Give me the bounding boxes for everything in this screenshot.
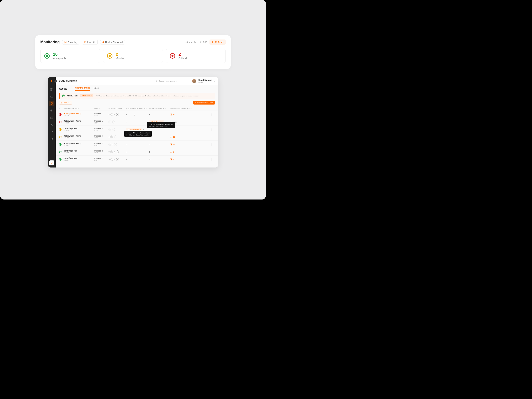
health-filter-value: All xyxy=(120,41,123,44)
line-id: #234 xyxy=(94,114,108,116)
table-row[interactable]: Rotodynamic Pump#24223 Process 1#234 4 A… xyxy=(56,118,218,126)
line-name: Process 1 xyxy=(94,120,108,122)
row-menu-button[interactable]: ⋮ xyxy=(209,120,215,123)
table-row[interactable]: Centrifugal Fan#23456 Process 4#132 Crea… xyxy=(56,126,218,133)
table-row[interactable]: Rotodynamic Pump#24234 Process 1#234 3 4… xyxy=(56,111,218,118)
ai-modul-icon xyxy=(110,135,113,138)
plus-icon: + xyxy=(195,102,196,104)
table-row[interactable]: Centrifugal Fan#34695 Process 2#345 3 4 … xyxy=(56,148,218,156)
tab-machine-trains[interactable]: Machine Trains xyxy=(75,87,90,91)
create-machine-button[interactable]: Create Machine › xyxy=(126,128,142,131)
nav-folder-icon[interactable] xyxy=(49,94,54,99)
status-card-monitor[interactable]: 2 Monitor xyxy=(103,49,163,63)
health-filter[interactable]: Health Status All xyxy=(100,40,125,44)
tab-lines[interactable]: Lines xyxy=(94,87,99,90)
search-placeholder: Search your assets... xyxy=(159,80,177,82)
nav-dashboard-icon[interactable] xyxy=(49,87,54,92)
banner-asset-name: Kiln ID Fan xyxy=(67,95,77,97)
refresh-label: Refresh xyxy=(215,41,223,44)
banner-status-dot xyxy=(62,95,65,97)
sort-icon[interactable]: ⇅ xyxy=(99,108,100,109)
sidebar: › xyxy=(48,77,56,167)
health-label: Health Status xyxy=(105,41,119,44)
gauge-icon xyxy=(116,113,119,116)
lines-filter-icon: ⦾ xyxy=(61,102,62,104)
line-filter[interactable]: ⦾ Line All xyxy=(82,40,98,44)
line-id: #345 xyxy=(94,145,108,146)
table-row[interactable]: Rotodynamic Pump#77865 Process 2#345 1 3… xyxy=(56,141,218,148)
logo-icon xyxy=(50,79,54,83)
sort-icon[interactable]: ⇅ xyxy=(59,108,60,109)
line-id: #345 xyxy=(94,159,108,161)
row-menu-button[interactable]: ⋮ xyxy=(209,135,215,138)
sort-icon[interactable]: ⇅ xyxy=(165,108,166,109)
line-id: #234 xyxy=(94,122,108,124)
line-name: Process 2 xyxy=(94,157,108,159)
refresh-button[interactable]: ⟳ Refresh xyxy=(209,39,226,45)
sort-icon[interactable]: ⇅ xyxy=(146,108,147,109)
expand-sidebar-button[interactable]: › xyxy=(54,80,57,82)
gauge-icon xyxy=(112,128,115,131)
pending-count: 5 xyxy=(170,151,195,153)
sort-icon[interactable]: ⇅ xyxy=(78,108,79,109)
lines-filter[interactable]: ⦾ Lines All xyxy=(59,101,72,105)
status-card-critical[interactable]: 2 Critical xyxy=(166,49,226,63)
status-dot xyxy=(59,113,62,116)
gauge-icon xyxy=(116,158,119,161)
table-row[interactable]: Centrifugal Fan#34683 Process 2#345 3 4 … xyxy=(56,156,218,163)
sort-icon[interactable]: ⇅ xyxy=(190,108,192,109)
line-id: #345 xyxy=(94,152,108,154)
svg-rect-2 xyxy=(51,89,51,90)
svg-rect-0 xyxy=(51,88,51,89)
search-icon xyxy=(156,80,158,82)
row-menu-button[interactable]: ⋮ xyxy=(209,143,215,146)
nav-calendar-icon[interactable] xyxy=(49,115,54,120)
nav-reports-icon[interactable] xyxy=(49,129,54,134)
nav-settings-icon[interactable] xyxy=(49,108,54,113)
machine-id: #77865 xyxy=(63,145,94,146)
ai-modul-icon xyxy=(110,158,113,161)
refresh-timestamp: Last refreshed at 16:00 xyxy=(184,41,207,44)
clock-icon xyxy=(170,151,172,153)
status-dot-icon xyxy=(170,53,175,59)
machine-name: Centrifugal Fan xyxy=(63,127,94,129)
help-button[interactable] xyxy=(49,160,54,165)
grouping-icon: [◦] xyxy=(64,41,66,44)
user-menu[interactable]: Stuart Morgan Admin ⌵ xyxy=(192,79,215,83)
ai-modul-icon xyxy=(110,151,113,153)
clock-icon xyxy=(170,114,172,115)
status-dot-icon xyxy=(107,53,112,59)
row-menu-button[interactable]: ⋮ xyxy=(209,128,215,131)
row-menu-button[interactable]: ⋮ xyxy=(209,113,215,116)
status-dot xyxy=(59,136,62,138)
grouping-filter[interactable]: [◦] Grouping xyxy=(62,40,79,44)
device-number: 5 xyxy=(149,158,170,160)
line-icon: ⦾ xyxy=(84,41,86,44)
nav-assets-icon[interactable] xyxy=(49,101,54,106)
row-menu-button[interactable]: ⋮ xyxy=(209,151,215,153)
app-window: › DEMO COMPANY Search your assets... xyxy=(48,77,218,167)
search-input[interactable]: Search your assets... xyxy=(154,79,187,83)
demo-badge: DEMO ASSET xyxy=(80,94,93,97)
nav-archive-icon[interactable] xyxy=(49,136,54,141)
add-machine-train-button[interactable]: + Add Machine Train xyxy=(193,101,215,105)
health-dot-icon xyxy=(102,41,104,43)
pending-count: 45 xyxy=(170,143,195,146)
device-number: 8 xyxy=(149,114,170,115)
nav-users-icon[interactable] xyxy=(49,122,54,127)
status-dot-icon xyxy=(44,53,50,59)
machine-id: #34695 xyxy=(63,152,94,154)
refresh-icon: ⟳ xyxy=(212,41,214,44)
machine-id: #23452 xyxy=(63,137,94,139)
user-name: Stuart Morgan xyxy=(198,79,212,81)
row-menu-button[interactable]: ⋮ xyxy=(209,158,215,161)
table: ⇅ MACHINE TRAIN⇅ LINE⇅ AI MODUL INFO EQU… xyxy=(56,106,218,167)
device-number: 5 xyxy=(149,151,170,153)
info-icon: i xyxy=(96,95,99,97)
machine-name[interactable]: Rotodynamic Pump xyxy=(63,112,94,114)
status-card-acceptable[interactable]: 10 Acceptable xyxy=(40,49,100,63)
svg-point-3 xyxy=(51,110,52,111)
svg-point-6 xyxy=(156,80,157,82)
status-count: 2 xyxy=(116,52,125,57)
ai-modul-icon xyxy=(108,128,111,131)
